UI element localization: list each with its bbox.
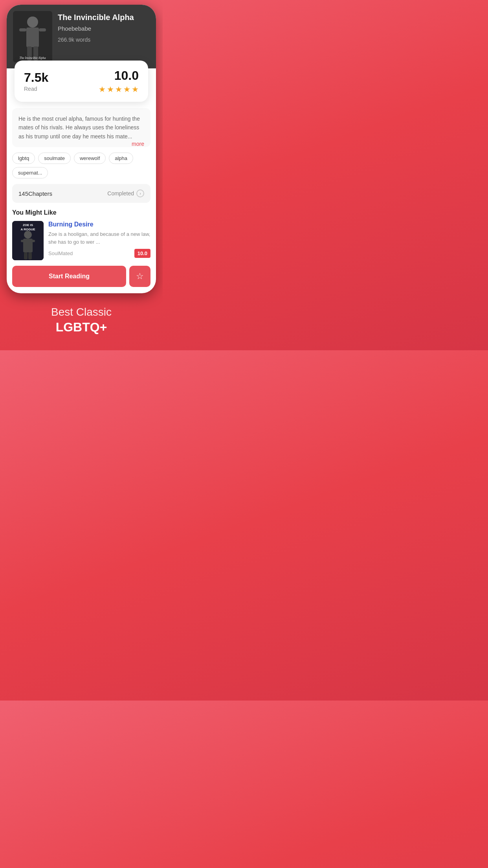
tag-soulmate[interactable]: soulmate: [38, 153, 71, 164]
svg-rect-2: [26, 28, 39, 47]
tags-section: lgbtq soulmate werewolf alpha supernat..…: [7, 147, 156, 178]
rec-book-bottom: SoulMated 10.0: [48, 249, 150, 258]
more-link[interactable]: more: [132, 141, 144, 147]
tag-supernatural[interactable]: supernat...: [12, 167, 48, 178]
read-stat: 7.5k Read: [24, 70, 48, 92]
chapters-row[interactable]: 145Chapters Completed ›: [12, 184, 150, 203]
recommendation-item[interactable]: ZOE IS A ROGUE Burning Desire Zoe is a h…: [12, 221, 150, 260]
chapters-count: 145Chapters: [18, 190, 52, 197]
svg-rect-11: [32, 240, 35, 242]
bookmark-icon: ☆: [136, 271, 144, 281]
start-reading-button[interactable]: Start Reading: [12, 266, 126, 287]
bookmark-button[interactable]: ☆: [129, 266, 150, 287]
rec-cover-line2: A ROGUE: [12, 228, 44, 232]
tag-lgbtq[interactable]: lgbtq: [12, 153, 35, 164]
rec-book-title: Burning Desire: [48, 221, 150, 228]
promo-title: LGBTQ+: [51, 320, 112, 335]
completion-status: Completed ›: [107, 189, 144, 197]
rec-book-info: Burning Desire Zoe is a hooligan, and be…: [48, 221, 150, 258]
svg-rect-4: [39, 28, 46, 31]
star-4: ★: [123, 85, 130, 94]
read-count: 7.5k: [24, 70, 48, 85]
star-rating: ★ ★ ★ ★ ★: [99, 85, 139, 94]
book-words: 266.9k words: [58, 37, 150, 43]
completed-label: Completed: [107, 190, 134, 197]
book-cover-overlay-title: The Invincible Alpha: [13, 56, 52, 60]
svg-rect-10: [21, 240, 24, 242]
rec-book-cover: ZOE IS A ROGUE: [12, 221, 44, 260]
svg-point-1: [27, 17, 38, 28]
svg-rect-12: [24, 252, 28, 259]
svg-rect-9: [23, 239, 33, 252]
book-info: The Invincible Alpha Phoebebabe 266.9k w…: [58, 11, 150, 43]
read-label: Read: [24, 86, 48, 92]
bottom-buttons: Start Reading ☆: [7, 260, 156, 293]
tag-werewolf[interactable]: werewolf: [74, 153, 106, 164]
rating-stat: 10.0 ★ ★ ★ ★ ★: [99, 68, 139, 94]
chevron-right-icon: ›: [136, 189, 144, 197]
svg-rect-3: [19, 28, 26, 31]
rec-book-rating: 10.0: [134, 249, 150, 258]
star-2: ★: [107, 85, 114, 94]
stats-card: 7.5k Read 10.0 ★ ★ ★ ★ ★: [15, 61, 148, 102]
rec-cover-line1: ZOE IS: [12, 223, 44, 227]
svg-rect-13: [28, 252, 32, 259]
rec-book-author: SoulMated: [48, 250, 73, 256]
book-cover: The Invincible Alpha: [13, 11, 52, 62]
tag-alpha[interactable]: alpha: [109, 153, 133, 164]
star-5: ★: [132, 85, 139, 94]
book-header: The Invincible Alpha The Invincible Alph…: [7, 5, 156, 68]
section-title: You Might Like: [12, 209, 150, 216]
phone-frame: The Invincible Alpha The Invincible Alph…: [7, 5, 156, 293]
book-author: Phoebebabe: [58, 25, 150, 32]
book-title: The Invincible Alpha: [58, 13, 150, 22]
rating-number: 10.0: [114, 68, 139, 83]
star-1: ★: [99, 85, 106, 94]
svg-point-8: [24, 231, 32, 239]
rec-book-description: Zoe is a hooligan, and because of a new …: [48, 230, 150, 246]
might-like-section: You Might Like ZOE IS A ROGUE: [7, 203, 156, 260]
bottom-promo: Best Classic LGBTQ+: [43, 293, 119, 350]
description-section: He is the most cruel alpha, famous for h…: [12, 108, 150, 147]
description-text: He is the most cruel alpha, famous for h…: [18, 116, 140, 140]
promo-subtitle: Best Classic: [51, 306, 112, 318]
star-3: ★: [115, 85, 122, 94]
